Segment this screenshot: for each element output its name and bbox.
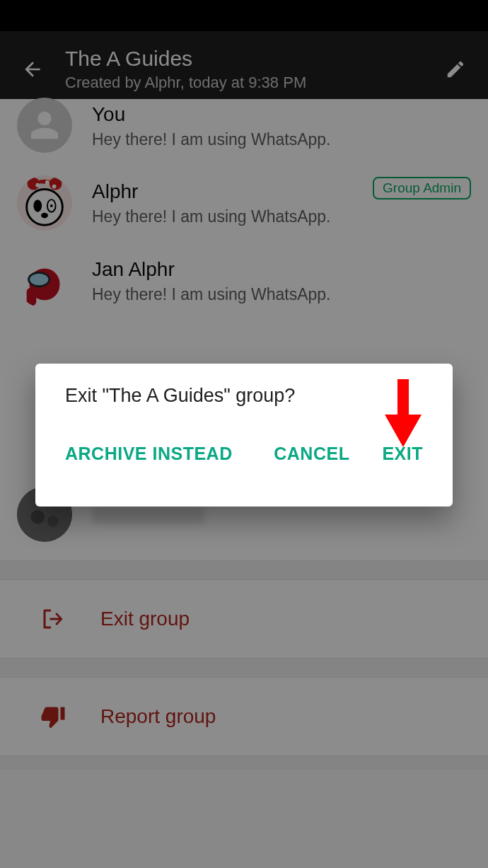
dialog-title: Exit "The A Guides" group?: [65, 385, 423, 407]
cancel-button[interactable]: CANCEL: [274, 444, 349, 464]
annotation-arrow: [382, 379, 424, 450]
archive-instead-button[interactable]: ARCHIVE INSTEAD: [65, 444, 233, 464]
